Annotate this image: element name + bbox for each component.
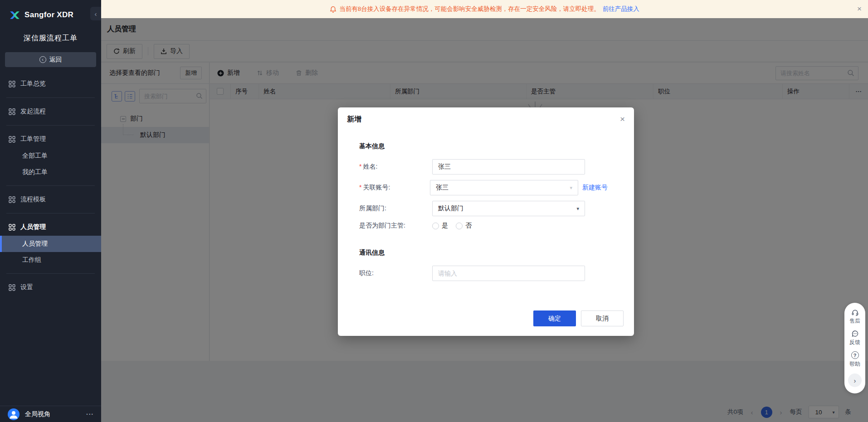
sidebar-footer: 全局视角 ··· — [0, 406, 101, 422]
account-label: *关联账号: — [359, 184, 430, 192]
after-sales-label: 售后 — [849, 317, 860, 325]
banner-link[interactable]: 前往产品接入 — [603, 5, 639, 13]
sidebar-menu: 工单总览 发起流程 工单管理 全部工单 我的工单 流程模板 人员管理 人员管理 — [0, 75, 101, 296]
sidebar-item-label: 人员管理 — [22, 240, 48, 248]
grid-icon — [9, 224, 15, 231]
bell-icon — [330, 6, 336, 13]
feedback-label: 反馈 — [849, 339, 860, 346]
radio-no[interactable]: 否 — [456, 222, 472, 230]
grid-icon — [9, 136, 15, 143]
chevron-down-icon: ▾ — [570, 185, 572, 191]
collapse-widget-button[interactable]: › — [848, 373, 862, 387]
headset-icon — [851, 309, 859, 316]
help-button[interactable]: ? 帮助 — [849, 351, 860, 368]
position-field-wrap — [432, 266, 585, 281]
form-row-is-manager: 是否为部门主管: 是 否 — [359, 222, 608, 230]
sidebar-item-label: 全部工单 — [22, 152, 48, 160]
form-row-department: 所属部门: 默认部门 ▾ — [359, 201, 608, 216]
sidebar-item-label: 人员管理 — [20, 223, 46, 231]
name-field-wrap — [432, 159, 585, 175]
feedback-button[interactable]: 反馈 — [849, 330, 860, 346]
back-button[interactable]: ‹ 返回 — [5, 52, 96, 67]
logo-text: Sangfor XDR — [24, 10, 73, 19]
sidebar-item-label: 工作组 — [22, 256, 41, 264]
question-icon: ? — [851, 351, 859, 359]
divider — [6, 125, 95, 126]
divider — [6, 97, 95, 98]
close-icon[interactable]: × — [620, 115, 625, 123]
sidebar-item-all-tickets[interactable]: 全部工单 — [0, 148, 101, 164]
banner-close-icon[interactable]: × — [857, 5, 862, 14]
person-icon — [8, 408, 20, 420]
sidebar-item-personnel-management-sub[interactable]: 人员管理 — [0, 236, 101, 252]
sidebar-item-my-tickets[interactable]: 我的工单 — [0, 164, 101, 180]
after-sales-button[interactable]: 售后 — [849, 309, 860, 325]
global-view-label: 全局视角 — [25, 410, 81, 418]
sidebar-item-work-groups[interactable]: 工作组 — [0, 252, 101, 268]
grid-icon — [9, 284, 15, 291]
sidebar-item-ticket-management[interactable]: 工单管理 — [0, 131, 101, 148]
sidebar-item-label: 工单总览 — [20, 80, 46, 88]
position-input[interactable] — [438, 270, 579, 277]
grid-icon — [9, 81, 15, 87]
department-label: 所属部门: — [359, 204, 432, 213]
add-person-modal: 新增 × 基本信息 *姓名: *关联账号: 张三 ▾ 新建账号 所属部门: 默认… — [338, 107, 634, 336]
is-manager-radio-group: 是 否 — [432, 222, 472, 230]
floating-help-widget: 售后 反馈 ? 帮助 › — [844, 303, 865, 393]
message-icon — [851, 330, 859, 337]
account-select[interactable]: 张三 ▾ — [430, 180, 578, 195]
radio-icon — [432, 223, 439, 229]
sidebar-item-personnel-management[interactable]: 人员管理 — [0, 218, 101, 236]
grid-icon — [9, 196, 15, 203]
is-manager-label: 是否为部门主管: — [359, 222, 432, 230]
sidebar-item-settings[interactable]: 设置 — [0, 279, 101, 296]
radio-no-label: 否 — [465, 222, 472, 230]
sidebar-item-flow-templates[interactable]: 流程模板 — [0, 191, 101, 208]
sidebar-item-label: 设置 — [20, 283, 33, 291]
logo: Sangfor XDR — [0, 0, 101, 24]
chevron-down-icon: ▾ — [576, 206, 579, 212]
warning-banner: 当前有8台接入设备存在异常情况，可能会影响安全威胁检测，存在一定安全风险，请立即… — [101, 0, 868, 18]
sidebar-item-label: 发起流程 — [20, 107, 46, 116]
sidebar-item-label: 流程模板 — [20, 195, 46, 204]
sidebar: Sangfor XDR ‹ 深信服流程工单 ‹ 返回 工单总览 发起流程 工单管… — [0, 0, 101, 422]
grid-icon — [9, 108, 15, 115]
sidebar-item-start-flow[interactable]: 发起流程 — [0, 103, 101, 120]
avatar[interactable] — [8, 408, 20, 420]
required-asterisk: * — [359, 184, 361, 191]
radio-yes[interactable]: 是 — [432, 222, 448, 230]
sidebar-item-label: 工单管理 — [20, 135, 46, 143]
back-icon: ‹ — [39, 56, 46, 63]
app-title: 深信服流程工单 — [0, 34, 101, 43]
radio-icon — [456, 223, 463, 229]
modal-title: 新增 — [338, 107, 634, 124]
form-row-account: *关联账号: 张三 ▾ 新建账号 — [359, 180, 608, 195]
back-label: 返回 — [49, 56, 62, 64]
account-select-value: 张三 — [436, 184, 449, 192]
sidebar-item-label: 我的工单 — [22, 168, 48, 176]
confirm-button[interactable]: 确定 — [533, 310, 576, 326]
name-input[interactable] — [438, 163, 579, 170]
divider — [6, 273, 95, 274]
section-basic-info: 基本信息 — [359, 142, 608, 150]
banner-message: 当前有8台接入设备存在异常情况，可能会影响安全威胁检测，存在一定安全风险，请立即… — [339, 5, 600, 13]
divider — [6, 185, 95, 186]
sidebar-item-ticket-overview[interactable]: 工单总览 — [0, 75, 101, 92]
new-account-link[interactable]: 新建账号 — [582, 184, 608, 192]
form-row-position: 职位: — [359, 266, 608, 281]
more-options-icon[interactable]: ··· — [86, 411, 94, 418]
form-row-name: *姓名: — [359, 159, 608, 175]
modal-body: 基本信息 *姓名: *关联账号: 张三 ▾ 新建账号 所属部门: 默认部门 ▾ … — [338, 142, 634, 281]
sidebar-collapse-button[interactable]: ‹ — [90, 7, 101, 20]
divider — [6, 213, 95, 213]
radio-yes-label: 是 — [442, 222, 448, 230]
sangfor-logo-icon — [9, 10, 20, 21]
position-label: 职位: — [359, 269, 432, 277]
help-label: 帮助 — [849, 360, 860, 368]
cancel-button[interactable]: 取消 — [581, 310, 624, 326]
modal-footer: 确定 取消 — [533, 310, 624, 326]
department-select-value: 默认部门 — [438, 204, 463, 213]
department-select[interactable]: 默认部门 ▾ — [432, 201, 585, 216]
section-contact-info: 通讯信息 — [359, 249, 608, 257]
name-label: *姓名: — [359, 163, 432, 171]
